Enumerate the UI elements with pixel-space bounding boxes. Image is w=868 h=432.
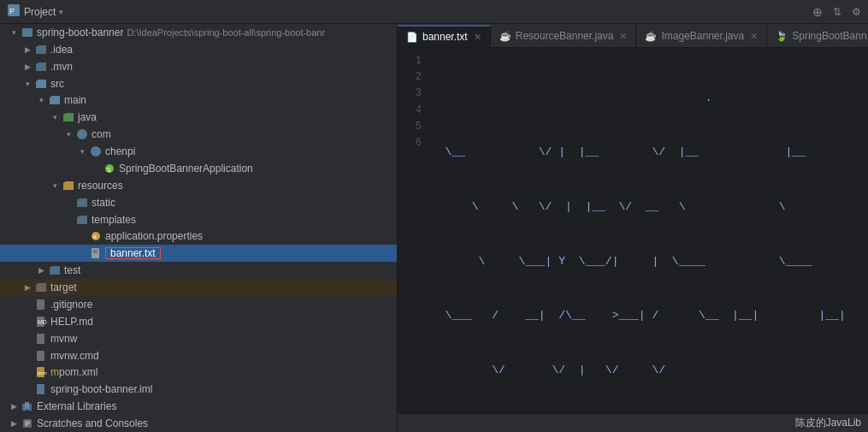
arrow-project: ▾ [7,26,21,39]
mvn-label: .mvn [50,61,73,73]
tab-label-banner: banner.txt [422,31,468,43]
tab-close-image[interactable]: ✕ [750,31,758,42]
tree-item-help-md[interactable]: MD HELP.md [0,313,397,330]
project-path-label: D:\IdeaProjects\spring-boot-all\spring-b… [127,27,325,38]
tree-item-templates[interactable]: templates [0,211,397,228]
chenpi-label: chenpi [105,145,135,157]
code-line-1: . . [432,89,861,108]
com-label: com [92,128,111,140]
static-folder-icon [75,196,89,210]
arrow-ext-libs: ▶ [7,399,21,413]
tab-resource-banner[interactable]: ☕ ResourceBanner.java ✕ [491,25,637,47]
tree-item-mvnw[interactable]: mvnw [0,330,397,347]
svg-text:P: P [9,7,15,15]
svg-text:S: S [107,165,111,173]
arrow-helpmd [21,315,34,328]
arrow-templates [62,213,75,227]
tree-item-pom[interactable]: pom m pom.xml [0,364,397,382]
tab-close-banner[interactable]: ✕ [474,32,481,43]
arrow-idea: ▶ [21,43,34,56]
svg-rect-12 [37,299,44,310]
pom-label-full: pom.xml [59,366,97,378]
tree-item-app-properties[interactable]: a application.properties [0,228,397,246]
tree-item-idea[interactable]: ▶ .idea [0,41,397,58]
tab-label-image: ImageBanner.java [661,30,744,42]
mvnw-icon [34,332,48,346]
test-folder-icon [48,263,62,277]
gear-icon[interactable]: ⚙ [852,6,861,18]
arrow-mvnw [21,332,34,346]
tree-item-src[interactable]: ▾ src [0,75,397,92]
mvnwcmd-icon [34,349,48,363]
tab-icon-springboot: 🍃 [776,31,788,42]
svg-rect-16 [37,351,44,361]
svg-rect-9 [92,248,99,258]
templates-label: templates [92,214,136,226]
tree-item-test[interactable]: ▶ test [0,262,397,279]
tab-springboot-bann[interactable]: 🍃 SpringBootBann... ✕ [767,25,868,47]
tab-icon-banner: 📄 [406,32,418,43]
tab-banner-txt[interactable]: 📄 banner.txt ✕ [398,25,491,47]
resources-folder-icon [62,179,75,192]
tree-item-main[interactable]: ▾ main [0,92,397,109]
tree-item-banner-txt[interactable]: banner.txt [0,245,397,262]
tree-item-java[interactable]: ▾ java [0,109,397,126]
templates-folder-icon [75,213,89,227]
main-label: main [64,94,86,106]
target-label: target [50,281,77,293]
tree-item-chenpi[interactable]: ▾ chenpi [0,143,397,160]
tree-item-scratches[interactable]: ▶ Scratches and Consoles [0,415,397,432]
tab-icon-image: ☕ [645,31,657,42]
arrow-chenpi: ▾ [75,145,89,158]
title-bar-actions: ⊕ ⇅ ⚙ [812,5,861,19]
tree-item-mvnw-cmd[interactable]: mvnw.cmd [0,347,397,364]
tab-image-banner[interactable]: ☕ ImageBanner.java ✕ [636,25,767,47]
code-line-2: \__ \/ | |__ \/ |__ |__ \/ |__ | [432,143,861,162]
tree-item-com[interactable]: ▾ com [0,126,397,143]
idea-folder-icon [34,43,48,56]
tree-item-target[interactable]: ▶ target [0,279,397,296]
arrow-spring-app [89,162,103,175]
tab-close-resource[interactable]: ✕ [619,31,627,42]
code-editor: 1 2 3 4 5 6 . . \__ \/ | |__ \/ |__ [398,48,868,413]
arrow-resources: ▾ [48,179,62,192]
brand-label: 陈皮的JavaLib [795,416,861,430]
project-label[interactable]: Project [24,6,56,18]
sort-icon[interactable]: ⇅ [833,6,841,18]
status-bar: 陈皮的JavaLib [398,413,868,432]
resources-label: resources [78,180,123,192]
code-content[interactable]: . . \__ \/ | |__ \/ |__ |__ \/ |__ | \ \… [425,48,868,413]
arrow-gitignore [21,298,34,311]
tree-item-project[interactable]: ▾ spring-boot-banner D:\IdeaProjects\spr… [0,24,397,41]
tree-item-resources[interactable]: ▾ resources [0,177,397,194]
line-numbers: 1 2 3 4 5 6 [398,48,425,413]
tree-item-mvn[interactable]: ▶ .mvn [0,58,397,75]
iml-label: spring-boot-banner.iml [50,383,152,395]
arrow-com: ▾ [62,127,75,141]
spring-app-icon: S [103,162,116,175]
project-name-label: spring-boot-banner [37,27,123,38]
java-label: java [78,111,97,123]
static-label: static [92,197,115,209]
editor-area: 📄 banner.txt ✕ ☕ ResourceBanner.java ✕ ☕… [398,24,868,432]
tree-item-ext-libs[interactable]: ▶ External Libraries [0,398,397,415]
tree-item-gitignore[interactable]: .gitignore [0,296,397,313]
scratches-label: Scratches and Consoles [37,417,148,429]
main-folder-icon [48,93,62,107]
tree-item-iml[interactable]: spring-boot-banner.iml [0,381,397,398]
scratches-icon [21,417,34,430]
add-icon[interactable]: ⊕ [812,5,823,19]
tree-item-static[interactable]: static [0,194,397,211]
dropdown-arrow[interactable]: ▾ [59,8,63,16]
svg-point-3 [77,129,87,139]
mvn-folder-icon [34,60,48,74]
tree-item-spring-app[interactable]: S SpringBootBannerApplication [0,160,397,177]
main-area: ▾ spring-boot-banner D:\IdeaProjects\spr… [0,24,868,432]
iml-icon [34,382,48,396]
code-line-3: \ \ \/ | |__ \/ __ \ \ |__ \/ [432,198,861,216]
code-line-6: \/ \/ | \/ \/ [432,361,861,380]
title-bar-left: P Project ▾ [7,3,63,20]
java-folder-icon [62,110,75,124]
svg-rect-22 [27,404,32,411]
com-package-icon [75,127,89,141]
